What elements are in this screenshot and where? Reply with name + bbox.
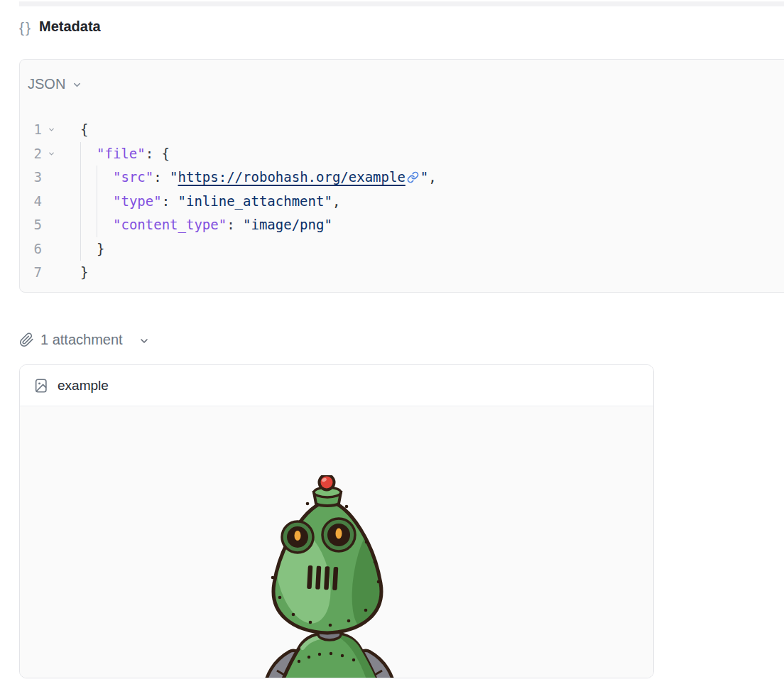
paperclip-icon [19, 332, 34, 347]
line-number: 6 [20, 237, 42, 261]
code-token-key: "file" [97, 146, 146, 161]
code-token: { [80, 121, 88, 137]
line-number: 5 [20, 213, 42, 237]
attachments-toggle[interactable]: 1 attachment [19, 329, 150, 350]
code-token-string: " [420, 169, 428, 185]
metadata-section-header: {} Metadata [19, 18, 101, 35]
code-editor: 1 { 2 "file": { 3 "src": "https://roboha… [20, 118, 784, 285]
code-token: : { [146, 146, 170, 161]
line-number: 7 [20, 261, 42, 285]
code-token-string: "inline_attachment" [178, 193, 332, 209]
attachment-preview [20, 406, 653, 678]
code-token: : [227, 217, 243, 232]
language-label: JSON [28, 76, 65, 92]
fold-chevron-icon[interactable] [42, 126, 60, 134]
braces-icon: {} [19, 18, 32, 35]
top-divider [19, 1, 784, 6]
code-token-key: "type" [113, 193, 162, 209]
line-number: 1 [20, 118, 42, 142]
chevron-down-icon[interactable] [138, 335, 150, 347]
code-line-3: 3 "src": "https://robohash.org/example", [20, 166, 784, 190]
code-token-key: "src" [113, 169, 153, 185]
code-line-4: 4 "type": "inline_attachment", [20, 190, 784, 214]
code-line-6: 6 } [20, 237, 784, 261]
fold-chevron-icon[interactable] [42, 150, 60, 158]
attachments-count-label: 1 attachment [40, 332, 123, 348]
url-link[interactable]: https://robohash.org/example [178, 169, 405, 185]
code-token-string: "image/png" [243, 217, 332, 232]
robot-illustration [262, 475, 397, 678]
section-title: Metadata [39, 18, 101, 35]
code-line-5: 5 "content_type": "image/png" [20, 213, 784, 237]
code-token: : [162, 193, 178, 209]
code-token: } [80, 264, 88, 280]
attachment-card-header: example [20, 365, 653, 406]
code-token: : [153, 169, 170, 185]
line-number: 4 [20, 190, 42, 214]
image-file-icon [33, 378, 49, 394]
code-line-7: 7 } [20, 261, 784, 285]
attachment-filename: example [58, 378, 109, 394]
line-number: 3 [20, 166, 42, 190]
line-number: 2 [20, 142, 42, 166]
code-token: , [428, 169, 436, 185]
code-line-2: 2 "file": { [20, 142, 784, 166]
metadata-json-viewer: JSON 1 { 2 "file": { 3 "src": "https://r… [19, 59, 784, 293]
code-token-string: " [170, 169, 178, 185]
code-line-1: 1 { [20, 118, 784, 142]
chevron-down-icon[interactable] [72, 80, 82, 90]
code-token-key: "content_type" [113, 217, 227, 232]
external-link-icon[interactable] [407, 167, 419, 191]
language-selector[interactable]: JSON [20, 75, 784, 94]
code-token: , [332, 193, 340, 209]
code-token: } [97, 241, 104, 256]
attachment-card: example [19, 364, 654, 678]
